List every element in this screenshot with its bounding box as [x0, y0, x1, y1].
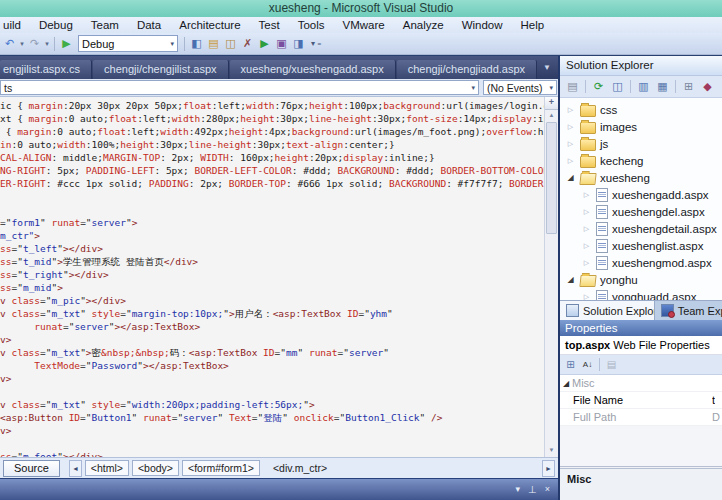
document-tab[interactable]: chengji/chengjiadd.aspx — [397, 60, 537, 79]
tree-item-yonghuadd-aspx[interactable]: ▷yonghuadd.aspx — [560, 288, 722, 300]
view-code-icon[interactable]: ▥ — [635, 79, 652, 95]
property-pages-icon[interactable]: ▤ — [604, 358, 619, 372]
code-editor[interactable]: ic { margin:20px 30px 20px 50px;float:le… — [0, 97, 558, 457]
tree-item-images[interactable]: ▷images — [560, 118, 722, 135]
menu-architecture[interactable]: Architecture — [170, 17, 249, 33]
scroll-down-icon[interactable]: ▼ — [545, 445, 558, 456]
tree-item-label: xueshenglist.aspx — [612, 240, 703, 252]
menu-analyze[interactable]: Analyze — [394, 17, 453, 33]
expand-icon[interactable]: ▷ — [581, 259, 592, 267]
menu-vmware[interactable]: VMware — [334, 17, 394, 33]
collapse-icon[interactable]: ◢ — [565, 275, 576, 284]
expand-icon[interactable]: ▷ — [581, 293, 592, 301]
property-row-full-path[interactable]: Full PathD — [560, 409, 722, 426]
expand-icon[interactable]: ▷ — [565, 157, 576, 165]
start-debugging-icon[interactable]: ▶ — [58, 36, 75, 52]
menu-tools[interactable]: Tools — [289, 17, 334, 33]
expand-icon[interactable]: ▷ — [565, 106, 576, 114]
window-icon[interactable]: ◨ — [290, 36, 307, 52]
menu-uild[interactable]: uild — [1, 17, 30, 33]
collapsed-panel-titlebar[interactable]: ▾⊤× — [0, 478, 558, 500]
asp-net-configuration-icon[interactable]: ◆ — [699, 79, 716, 95]
toolbar-overflow-icon[interactable]: ▾ ₌ — [311, 39, 321, 48]
expand-icon[interactable]: ▷ — [565, 140, 576, 148]
tree-item-xueshenglist-aspx[interactable]: ▷xueshenglist.aspx — [560, 237, 722, 254]
property-value[interactable]: t — [712, 392, 715, 408]
property-value[interactable]: D — [712, 409, 720, 425]
redo-icon[interactable]: ↷ — [26, 36, 43, 52]
expand-icon[interactable]: ▷ — [565, 123, 576, 131]
menu-debug[interactable]: Debug — [30, 17, 82, 33]
collapse-icon[interactable]: ◢ — [565, 173, 576, 182]
add-item-icon[interactable]: ◫ — [222, 36, 239, 52]
tab-solution-explorer[interactable]: Solution Explorer — [560, 301, 655, 320]
chevron-down-icon[interactable]: ▾ — [43, 40, 51, 48]
expand-icon[interactable]: ▷ — [581, 191, 592, 199]
document-tab[interactable]: chengji/chengjilist.aspx — [93, 60, 229, 79]
expand-icon[interactable]: ▷ — [581, 208, 592, 216]
tree-item-xueshengdetail-aspx[interactable]: ▷xueshengdetail.aspx — [560, 220, 722, 237]
expand-icon[interactable]: ▷ — [581, 242, 592, 250]
refresh-icon[interactable]: ⟳ — [590, 79, 607, 95]
copy-web-site-icon[interactable]: ⊞ — [680, 79, 697, 95]
solution-explorer-tree: ▷css▷images▷js▷kecheng◢xuesheng▷xuesheng… — [560, 98, 722, 300]
breadcrumb-scroll-left-icon[interactable]: ◄ — [69, 460, 82, 477]
properties-header[interactable]: Properties — [560, 320, 722, 336]
chevron-down-icon[interactable]: ▾ — [18, 40, 26, 48]
breadcrumb-item[interactable]: <html> — [85, 460, 129, 476]
splitter-handle-icon[interactable]: + — [545, 97, 558, 110]
scrollbar-thumb[interactable] — [546, 122, 557, 234]
export-icon[interactable]: ▶ — [256, 36, 273, 52]
menu-test[interactable]: Test — [250, 17, 289, 33]
events-dropdown[interactable]: (No Events) ▾ — [483, 80, 557, 95]
menu-window[interactable]: Window — [453, 17, 512, 33]
tree-item-xueshengadd-aspx[interactable]: ▷xueshengadd.aspx — [560, 186, 722, 203]
property-row-file-name[interactable]: File Namet — [560, 392, 722, 409]
window-titlebar[interactable]: xuesheng - Microsoft Visual Studio — [0, 0, 722, 17]
objects-dropdown[interactable]: ts ▾ — [0, 80, 479, 95]
expand-icon[interactable]: ▷ — [581, 225, 592, 233]
comment-icon[interactable]: ◧ — [188, 36, 205, 52]
properties-icon[interactable]: ▤ — [564, 79, 581, 95]
breadcrumb-scroll-right-icon[interactable]: ► — [542, 460, 555, 477]
breadcrumb-item[interactable]: <div.m_ctr> — [263, 460, 333, 476]
window-position-icon[interactable]: ▾ — [515, 485, 520, 494]
scroll-up-icon[interactable]: ▲ — [545, 110, 558, 121]
undo-icon[interactable]: ↶ — [1, 36, 18, 52]
source-view-tab[interactable]: Source — [3, 460, 60, 477]
menu-data[interactable]: Data — [128, 17, 170, 33]
vertical-scrollbar[interactable]: + ▲ ▼ — [544, 97, 558, 457]
document-tab[interactable]: engjilist.aspx.cs — [0, 60, 92, 79]
alphabetical-icon[interactable]: A↓ — [580, 358, 595, 372]
tab-overflow-icon[interactable]: ▼ — [543, 63, 551, 72]
tree-item-css[interactable]: ▷css — [560, 101, 722, 118]
tree-item-xueshengdel-aspx[interactable]: ▷xueshengdel.aspx — [560, 203, 722, 220]
collapse-icon[interactable]: ◢ — [560, 379, 572, 388]
open-file-icon[interactable]: ▤ — [205, 36, 222, 52]
tree-item-kecheng[interactable]: ▷kecheng — [560, 152, 722, 169]
close-icon[interactable]: × — [545, 485, 550, 494]
menu-help[interactable]: Help — [512, 17, 554, 33]
tree-item-xuesheng[interactable]: ◢xuesheng — [560, 169, 722, 186]
nest-related-files-icon[interactable]: ◫ — [609, 79, 626, 95]
tree-item-label: images — [600, 121, 637, 133]
tree-item-js[interactable]: ▷js — [560, 135, 722, 152]
tree-item-xueshengmod-aspx[interactable]: ▷xueshengmod.aspx — [560, 254, 722, 271]
solution-configuration-dropdown[interactable]: Debug▾ — [78, 35, 178, 52]
tools-icon[interactable]: ✗ — [239, 36, 256, 52]
tree-item-yonghu[interactable]: ◢yonghu — [560, 271, 722, 288]
property-row-misc[interactable]: ◢Misc — [560, 375, 722, 392]
breadcrumb-item[interactable]: <form#form1> — [182, 460, 260, 476]
categorized-icon[interactable]: ⊞ — [563, 358, 578, 372]
solution-explorer-header[interactable]: Solution Explorer — [560, 56, 722, 76]
properties-object-selector[interactable]: top.aspx Web File Properties — [560, 336, 722, 355]
menu-team[interactable]: Team — [82, 17, 128, 33]
document-tab[interactable]: xuesheng/xueshengadd.aspx — [230, 60, 396, 79]
package-icon[interactable]: ▣ — [273, 36, 290, 52]
breadcrumb-item[interactable]: <body> — [132, 460, 179, 476]
code-line: v> — [0, 424, 544, 437]
auto-hide-pin-icon[interactable]: ⊤ — [528, 485, 537, 494]
tab-team-explorer[interactable]: Team Expl — [655, 301, 722, 320]
code-line — [0, 203, 544, 216]
view-designer-icon[interactable]: ▦ — [654, 79, 671, 95]
